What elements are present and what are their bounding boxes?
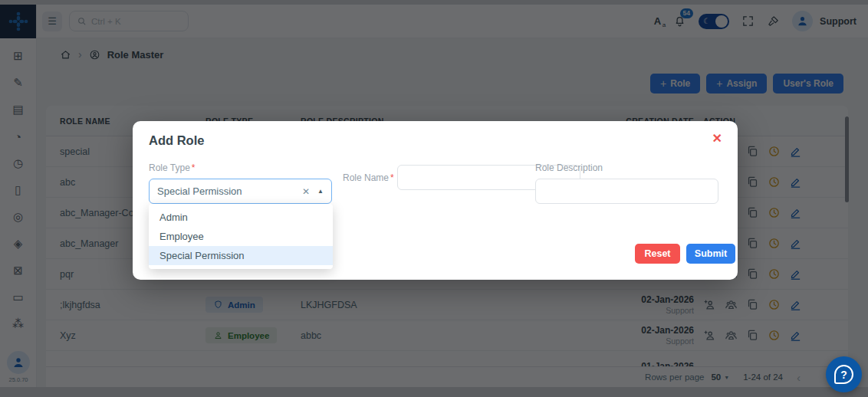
role-type-field: Role Type* Special Permission ✕ ▲ <box>149 160 332 204</box>
option-employee[interactable]: Employee <box>149 227 333 246</box>
option-admin[interactable]: Admin <box>149 208 333 227</box>
role-type-dropdown: Admin Employee Special Permission <box>149 204 333 269</box>
role-description-field: Role Description <box>535 160 738 204</box>
option-special-permission[interactable]: Special Permission <box>149 246 333 265</box>
reset-button[interactable]: Reset <box>635 244 680 264</box>
required-marker: * <box>390 172 394 183</box>
role-type-select[interactable]: Special Permission ✕ ▲ <box>149 179 332 204</box>
submit-button[interactable]: Submit <box>686 244 735 264</box>
role-description-input[interactable] <box>535 179 718 204</box>
help-button[interactable]: ? <box>826 356 862 392</box>
screen: ⊞ ✎ ▤ ◔ ◷ ▯ ◎ ◈ ⊠ ▭ ⁂ 25.0.70 ☰ <box>0 0 868 397</box>
close-icon[interactable]: ✕ <box>712 131 722 146</box>
add-role-modal: Add Role ✕ Role Type* Special Permission… <box>133 121 738 280</box>
clear-icon[interactable]: ✕ <box>302 186 310 197</box>
question-icon: ? <box>834 365 853 384</box>
chevron-up-icon[interactable]: ▲ <box>317 188 324 195</box>
modal-title: Add Role <box>149 133 204 148</box>
selected-role-type: Special Permission <box>157 185 296 197</box>
required-marker: * <box>192 162 196 173</box>
